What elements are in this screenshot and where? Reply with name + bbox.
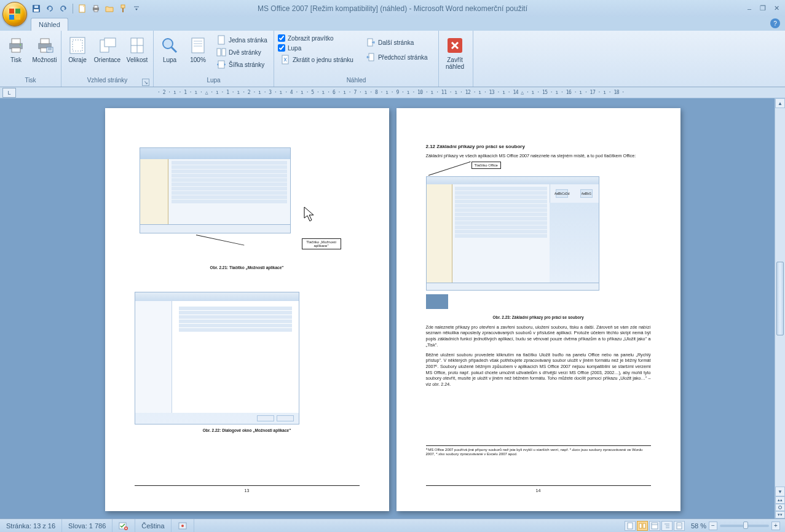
svg-rect-12 [122, 8, 124, 12]
status-proofing[interactable] [112, 519, 135, 532]
size-button[interactable]: Velikost [125, 34, 149, 65]
orientation-button[interactable]: Orientace [93, 34, 121, 65]
page-size-icon [127, 36, 147, 55]
close-button[interactable]: ✕ [771, 4, 781, 13]
tab-selector[interactable]: L [2, 88, 16, 98]
pagesetup-launcher[interactable]: ↘ [142, 79, 149, 86]
horizontal-ruler[interactable]: · 2 · ı · 1 · ı · △ · ı · 1 · ı · 2 · ı … [157, 90, 625, 95]
qat-customize-icon[interactable] [131, 3, 142, 14]
group-label-preview: Náhled [278, 77, 435, 87]
proofing-icon [119, 522, 128, 530]
svg-rect-5 [34, 9, 39, 12]
show-ruler-checkbox[interactable]: Zobrazit pravítko [278, 34, 356, 42]
paragraph-3: Běžné uložení souboru provedete kliknutí… [426, 352, 651, 388]
status-page[interactable]: Stránka: 13 z 16 [0, 519, 62, 532]
document-preview-area: Tlačítko „Možnosti aplikace" Obr. 2.21: … [0, 98, 785, 518]
view-print-layout-button[interactable] [625, 521, 636, 531]
title-bar: MS Office 2007 [Režim kompatibility] (ná… [0, 0, 785, 17]
magnifier-checkbox[interactable]: Lupa [278, 44, 356, 52]
figure-1-caption: Obr. 2.21: Tlačítko „Možnosti aplikace" [135, 265, 360, 270]
quickprint-icon[interactable] [90, 3, 101, 14]
page-right: 2.12 Základní příkazy pro práci se soubo… [396, 108, 680, 511]
paragraph-2: Zde naleznete příkazy pro otevření a zav… [426, 324, 651, 348]
page-left: Tlačítko „Možnosti aplikace" Obr. 2.21: … [105, 108, 389, 511]
help-button[interactable]: ? [770, 18, 780, 28]
office-button[interactable] [2, 2, 27, 26]
print-button[interactable]: Tisk [4, 34, 28, 65]
svg-rect-10 [94, 10, 98, 12]
ribbon-tab-row: Náhled ? [0, 17, 785, 31]
svg-rect-39 [222, 49, 226, 56]
zoom-button[interactable]: Lupa [157, 34, 182, 65]
svg-point-31 [163, 39, 173, 49]
next-page-browse-button[interactable]: ▾▾ [775, 511, 785, 518]
svg-rect-50 [639, 523, 642, 528]
figure-3: AaBbCcDdAaBbG [426, 176, 599, 291]
paragraph-1: Základní příkazy ve všech aplikacích MS … [426, 153, 651, 159]
zoom-in-button[interactable]: + [771, 522, 780, 530]
margins-icon [68, 36, 87, 55]
vertical-scrollbar[interactable]: ▲ ▼ ▴▴ ▾▾ [775, 98, 785, 518]
svg-rect-42 [368, 39, 373, 46]
callout-box-2: Tlačítko Office [471, 162, 501, 169]
group-label-pagesetup: Vzhled stránky↘ [65, 77, 149, 87]
maximize-button[interactable]: ❐ [758, 4, 768, 13]
format-painter-icon[interactable] [117, 3, 128, 14]
prev-page-button[interactable]: Předchozí stránka [363, 52, 430, 63]
svg-rect-33 [192, 38, 204, 53]
svg-rect-2 [9, 15, 14, 20]
prev-page-browse-button[interactable]: ▴▴ [775, 496, 785, 504]
figure-2-caption: Obr. 2.22: Dialogové okno „Možnosti apli… [135, 428, 360, 432]
page-number-left: 13 [135, 488, 360, 493]
zoom-100-button[interactable]: 100% [186, 34, 210, 65]
status-language[interactable]: Čeština [135, 519, 171, 532]
view-outline-button[interactable] [661, 521, 673, 531]
tab-preview[interactable]: Náhled [31, 18, 68, 31]
scroll-up-button[interactable]: ▲ [775, 98, 785, 108]
print-options-button[interactable]: Možnosti [32, 34, 57, 65]
scroll-thumb[interactable] [776, 262, 784, 335]
undo-icon[interactable] [44, 3, 55, 14]
shrink-page-button[interactable]: Zkrátit o jednu stránku [278, 54, 356, 65]
view-draft-button[interactable] [674, 521, 685, 531]
new-doc-icon[interactable] [77, 3, 88, 14]
zoom-slider-track[interactable] [720, 525, 769, 527]
save-icon[interactable] [31, 3, 42, 14]
svg-rect-43 [369, 53, 374, 61]
margins-button[interactable]: Okraje [65, 34, 90, 65]
redo-icon[interactable] [58, 3, 69, 14]
status-bar: Stránka: 13 z 16 Slova: 1 786 Čeština 58… [0, 518, 785, 532]
shrink-page-icon [280, 55, 290, 65]
one-page-button[interactable]: Jedna stránka [214, 34, 270, 45]
page-width-button[interactable]: Šířka stránky [214, 59, 270, 70]
svg-rect-49 [628, 523, 633, 529]
minimize-button[interactable]: – [744, 4, 754, 13]
prev-page-icon [366, 52, 376, 62]
view-fullscreen-reading-button[interactable] [637, 521, 648, 531]
open-icon[interactable] [104, 3, 115, 14]
two-pages-button[interactable]: Dvě stránky [214, 47, 270, 58]
figure-3-caption: Obr. 2.23: Základní příkazy pro práci se… [426, 315, 651, 319]
one-page-icon [216, 35, 226, 45]
view-web-layout-button[interactable] [649, 521, 660, 531]
svg-rect-38 [217, 49, 221, 56]
printer-options-icon [35, 36, 55, 55]
two-pages-icon [216, 47, 226, 57]
close-preview-button[interactable]: Zavřít náhled [443, 34, 467, 71]
zoom-percent[interactable]: 58 % [691, 522, 706, 530]
svg-rect-1 [15, 9, 20, 14]
page-width-icon [216, 60, 226, 69]
svg-point-48 [181, 525, 184, 527]
group-label-zoom: Lupa [157, 77, 270, 87]
scroll-track[interactable] [775, 108, 785, 487]
zoom-slider-thumb[interactable] [743, 522, 748, 529]
next-page-button[interactable]: Další stránka [363, 37, 430, 48]
scroll-down-button[interactable]: ▼ [775, 487, 785, 496]
svg-rect-40 [218, 61, 224, 68]
browse-object-button[interactable] [775, 504, 785, 511]
svg-line-32 [172, 47, 176, 52]
zoom-out-button[interactable]: − [709, 522, 717, 530]
status-macro[interactable] [172, 519, 194, 532]
status-word-count[interactable]: Slova: 1 786 [62, 519, 112, 532]
svg-rect-6 [34, 6, 38, 8]
